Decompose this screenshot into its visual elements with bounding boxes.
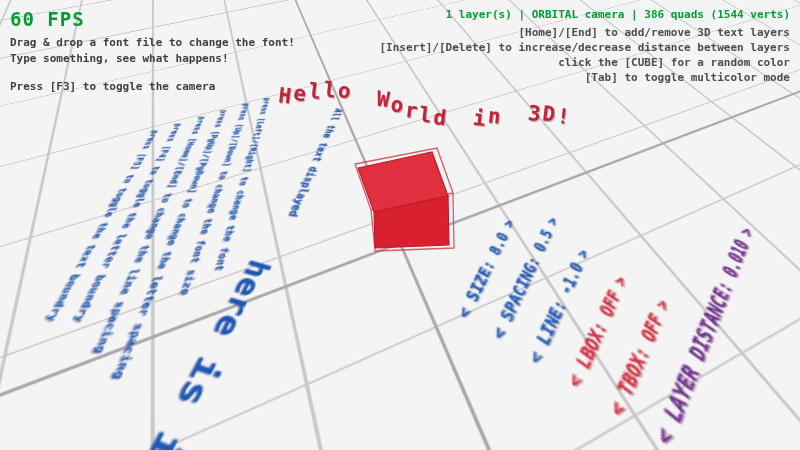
showcase-text-far: All the text displayed — [286, 108, 345, 218]
help-text-boundry: press [F5] to toggle the text boundry — [43, 130, 160, 322]
hint-type: Type something, see what happens! — [10, 52, 229, 65]
hint-layer-distance: [Insert]/[Delete] to increase/decrease d… — [379, 40, 790, 55]
hint-layers: [Home]/[End] to add/remove 3D text layer… — [379, 25, 790, 40]
fps-counter: 60 FPS — [10, 8, 85, 30]
hud-right: 1 layer(s) | ORBITAL camera | 386 quads … — [379, 8, 790, 85]
help-line-spacing: press [Home]/[End] to change the line sp… — [91, 116, 207, 353]
hint-camera: Press [F3] to toggle the camera — [10, 80, 215, 93]
hint-multicolor: [Tab] to toggle multicolor mode — [379, 70, 790, 85]
param-layer-distance: < LAYER DISTANCE: 0.010 > — [650, 223, 758, 450]
hint-cube-color: click the [CUBE] for a random color — [379, 55, 790, 70]
hint-drag-drop: Drag & drop a font file to change the fo… — [10, 36, 295, 49]
status-bar: 1 layer(s) | ORBITAL camera | 386 quads … — [379, 8, 790, 21]
